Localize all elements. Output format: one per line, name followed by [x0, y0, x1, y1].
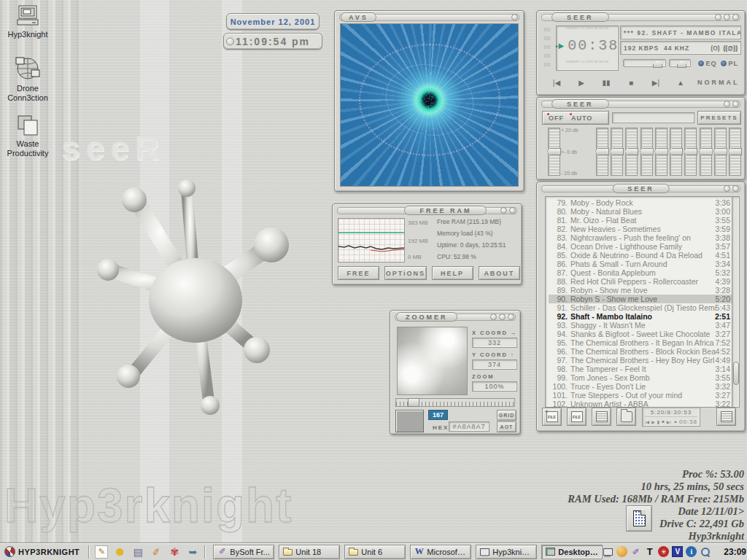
playlist-titlebar[interactable]: SEER [537, 182, 745, 195]
eq-band-slider-thumb[interactable] [684, 148, 697, 155]
eq-band-slider-thumb[interactable] [624, 148, 638, 155]
zoomer-titlebar[interactable]: ZOOMER [390, 311, 520, 323]
play-button[interactable]: ▶ [569, 79, 594, 87]
playlist-track-row[interactable]: 91. Schiller - Das Glockenspiel (Dj Ties… [549, 303, 733, 312]
eq-off-toggle[interactable]: OFF [549, 114, 564, 122]
info-tray-icon[interactable]: i [686, 546, 697, 557]
magnifier-preview[interactable] [397, 327, 468, 395]
close-button[interactable] [732, 185, 739, 192]
eq-band-slider[interactable] [670, 128, 682, 176]
playlist-track-row[interactable]: 82. New Heavies - Sometimes 3:59 [549, 225, 733, 233]
zip-doc-quicklaunch-icon[interactable]: ▤ [131, 545, 144, 559]
eq-band-slider-thumb[interactable] [610, 148, 624, 155]
playlist-track-row[interactable]: 89. Robyn - Show me love 3:28 [549, 286, 733, 295]
task-bysoft[interactable]: BySoft Fr... [213, 545, 274, 559]
eq-band-slider[interactable] [714, 128, 727, 176]
playlist-track-row[interactable]: 88. Red Hot Chili Peppers - Rollercoaste… [549, 277, 733, 286]
close-button[interactable] [732, 101, 739, 107]
eq-band-slider[interactable] [700, 128, 712, 176]
free-ram-titlebar[interactable]: FREE RAM [333, 204, 522, 217]
mini-play-icon[interactable]: ▶ [651, 419, 655, 424]
menu-button[interactable] [715, 14, 721, 20]
magnifier-tray-icon[interactable] [700, 546, 711, 557]
playlist-track-row[interactable]: 99. Tom Jones - Sex Bomb 3:55 [549, 373, 733, 382]
start-button[interactable]: HYP3RKNIGHT [1, 545, 85, 559]
stop-button[interactable]: ■ [619, 79, 643, 87]
preamp-slider[interactable] [548, 128, 560, 176]
eq-band-slider-thumb[interactable] [654, 148, 668, 155]
volume-slider[interactable] [623, 59, 666, 67]
track-title-marquee[interactable]: *** 92. SHAFT - MAMBO ITALAINO [620, 26, 741, 39]
brush-quicklaunch-icon[interactable]: ✐ [149, 544, 164, 559]
pause-button[interactable]: ▮▮ [594, 79, 619, 87]
preamp-slider-thumb[interactable] [547, 148, 561, 155]
playlist-track-row[interactable]: 95. The Chemical Brothers - It Began In … [549, 338, 733, 347]
eq-band-slider-thumb[interactable] [669, 148, 683, 155]
balance-slider[interactable] [669, 59, 691, 67]
eq-band-slider[interactable] [640, 128, 653, 176]
player-titlebar[interactable]: SEER [537, 11, 745, 23]
eject-button[interactable]: ▲ [668, 79, 693, 87]
eq-band-slider[interactable] [729, 128, 741, 176]
updater-tray-icon[interactable]: ✳ [658, 546, 669, 557]
close-button[interactable] [508, 314, 514, 320]
selection-button[interactable] [592, 408, 611, 426]
desktop-icon-hyp3knight[interactable]: Hyp3knight [0, 4, 55, 39]
task-unit6[interactable]: Unit 6 [344, 545, 406, 559]
playlist-track-row[interactable]: 84. Ocean Drive - Lighthouse Family 3:57 [549, 242, 733, 251]
playlist-scrollbar[interactable] [732, 196, 740, 408]
aot-button[interactable]: AOT [497, 421, 516, 432]
eq-band-slider-thumb[interactable] [713, 148, 727, 155]
close-button[interactable] [509, 207, 516, 214]
eq-band-slider[interactable] [625, 128, 638, 176]
close-button[interactable] [732, 14, 739, 20]
about-button[interactable]: ABOUT [479, 266, 520, 280]
volume-slider-thumb[interactable] [653, 60, 662, 68]
desktop-icon-waste-productivity[interactable]: Waste Productivity [0, 114, 55, 158]
help-button[interactable]: HELP [432, 266, 473, 280]
clutter-bar[interactable]: 0000000000 [540, 26, 554, 69]
eq-band-slider-thumb[interactable] [728, 148, 742, 155]
drive-document-icon[interactable] [626, 505, 652, 532]
playlist-track-row[interactable]: 87. Quest - Bonita Applebum 5:32 [549, 268, 733, 277]
playback-mode-text[interactable]: NORMAL [697, 79, 740, 86]
playlist-track-row[interactable]: 92. Shaft - Mambo Italaino 2:51 [549, 312, 733, 321]
playlist-track-row[interactable]: 94. Shanks & Bigfoot - Sweet Like Chocol… [549, 330, 733, 338]
desktop-icon-drone-conn3ction[interactable]: Drone Conn3ction [0, 55, 55, 103]
taskbar-clock[interactable]: 23:09 [715, 547, 747, 557]
playlist-track-row[interactable]: 83. Nightcrawlers - Push the feeling' on… [549, 233, 733, 242]
task-unit18[interactable]: Unit 18 [279, 545, 340, 559]
playlist-menu-button[interactable] [716, 408, 736, 426]
free-button[interactable]: FREE [338, 266, 379, 280]
task-hyp3knight[interactable]: Hyp3knight [476, 545, 537, 559]
zoom-ruler-slider[interactable] [395, 398, 515, 407]
palette-quicklaunch-icon[interactable]: ✾ [168, 545, 181, 559]
mini-stop-icon[interactable]: ■ [662, 419, 665, 424]
playlist-track-row[interactable]: 90. Robyn S - Show me Love 5:20 [549, 295, 733, 303]
next-button[interactable]: ▶| [643, 79, 668, 87]
playlist-track-row[interactable]: 86. Phats & Small - Turn Around 3:34 [549, 260, 733, 268]
display-tray-icon[interactable] [603, 546, 614, 557]
eq-band-slider[interactable] [655, 128, 667, 176]
eq-band-slider[interactable] [611, 128, 623, 176]
eq-auto-toggle[interactable]: AUTO [571, 114, 592, 122]
playlist-track-row[interactable]: 96. The Chemical Brothers - Block Rockin… [549, 347, 733, 356]
add-file-button[interactable]: FILE [542, 408, 562, 426]
presets-button[interactable]: PRESETS [697, 111, 741, 125]
playlist-track-row[interactable]: 100. Truce - Eyes Don't Lie 3:32 [549, 382, 733, 391]
eq-band-slider[interactable] [596, 128, 608, 176]
zoom-ruler-thumb[interactable] [408, 398, 419, 407]
playlist-track-row[interactable]: 98. The Tamperer - Feel It 3:14 [549, 365, 733, 373]
playlist-track-row[interactable]: 93. Shaggy - It Wasn't Me 3:47 [549, 321, 733, 330]
remove-file-button[interactable]: FILE [567, 408, 587, 426]
pl-toggle[interactable]: PL [728, 60, 738, 67]
close-button[interactable] [511, 14, 518, 20]
mini-pause-icon[interactable]: ▮ [657, 419, 659, 424]
shade-button[interactable] [724, 185, 730, 192]
shuffle-arrow-icon[interactable]: → [743, 78, 747, 87]
menu-button[interactable] [490, 314, 497, 320]
shade-button[interactable] [724, 14, 730, 20]
prev-button[interactable]: |◀ [544, 79, 569, 87]
playlist-track-row[interactable]: 79. Moby - Body Rock 3:36 [549, 198, 733, 207]
smiley-quicklaunch-icon[interactable]: ☻ [113, 545, 126, 559]
